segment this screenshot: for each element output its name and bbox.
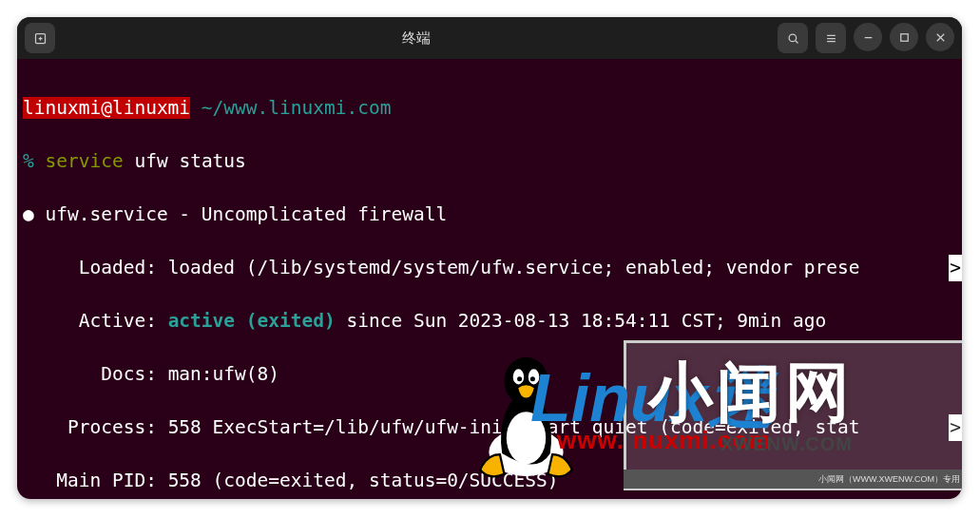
svg-point-1	[789, 34, 797, 42]
active-since: since Sun 2023-08-13 18:54:11 CST; 9min …	[336, 310, 827, 332]
active-status: active (exited)	[157, 310, 336, 332]
docs-label: Docs:	[23, 363, 157, 385]
close-button[interactable]	[926, 23, 954, 51]
new-tab-button[interactable]	[25, 23, 55, 53]
prompt-userhost: linuxmi@linuxmi	[23, 97, 190, 119]
prompt-symbol: %	[23, 150, 34, 172]
window-title: 终端	[55, 29, 778, 48]
menu-button[interactable]	[816, 23, 846, 53]
maximize-button[interactable]	[890, 23, 918, 51]
scroll-indicator: >	[949, 414, 962, 441]
terminal-window: 终端 linuxmi@linuxmi ~/www.linuxmi.com % s…	[17, 17, 962, 499]
search-button[interactable]	[778, 23, 808, 53]
process-label: Process:	[23, 416, 157, 438]
command-args: ufw status	[134, 150, 245, 172]
command-name: service	[46, 150, 124, 172]
mainpid-label: Main PID:	[23, 470, 157, 491]
loaded-label: Loaded:	[23, 257, 157, 278]
scroll-indicator: >	[949, 255, 962, 281]
docs-value: man:ufw(8)	[157, 363, 279, 385]
minimize-button[interactable]	[854, 23, 882, 51]
loaded-value: loaded (/lib/systemd/system/ufw.service;…	[157, 257, 860, 278]
active-label: Active:	[23, 310, 157, 332]
svg-rect-2	[900, 33, 908, 41]
process-value: 558 ExecStart=/lib/ufw/ufw-init start qu…	[157, 416, 860, 438]
mainpid-value: 558 (code=exited, status=0/SUCCESS)	[157, 470, 559, 491]
service-header: ufw.service - Uncomplicated firewall	[45, 203, 447, 225]
prompt-path: ~/www.linuxmi.com	[202, 97, 392, 119]
titlebar: 终端	[17, 17, 962, 59]
terminal-content[interactable]: linuxmi@linuxmi ~/www.linuxmi.com % serv…	[17, 59, 962, 499]
